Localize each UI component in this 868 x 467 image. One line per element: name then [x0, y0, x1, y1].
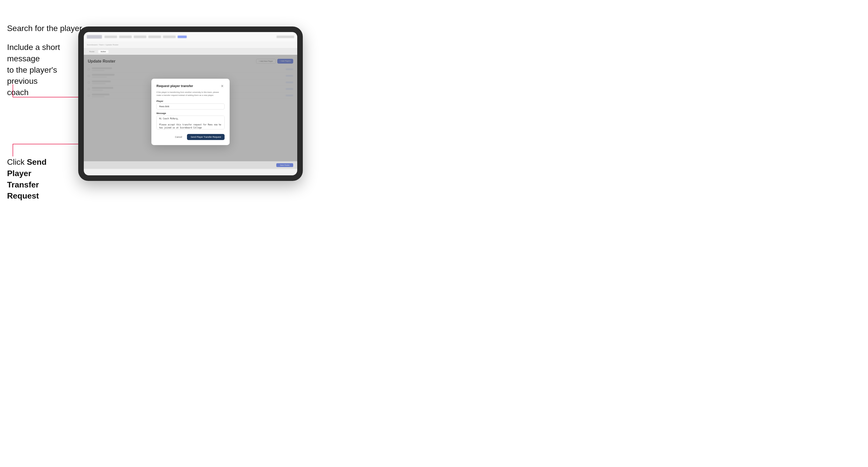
nav-item-teams — [119, 36, 132, 38]
nav-right — [277, 36, 294, 38]
nav-item-tournaments — [104, 36, 117, 38]
modal-header: Request player transfer ✕ — [156, 84, 224, 88]
tablet-screen: Scoreboard / Team / Update Roster Roster… — [84, 32, 297, 175]
tab-active[interactable]: Active — [98, 50, 108, 53]
nav-item-blog — [163, 36, 176, 38]
tab-roster[interactable]: Roster — [87, 50, 97, 53]
nav-item-active — [178, 36, 187, 38]
annotation-search: Search for the player. — [7, 23, 84, 34]
modal-footer: Cancel Send Player Transfer Request — [156, 134, 224, 140]
player-field-label: Player — [156, 100, 224, 102]
app-logo — [87, 35, 102, 39]
close-icon[interactable]: ✕ — [220, 84, 224, 88]
nav-item-settings — [134, 36, 146, 38]
modal-description: If the player is transferring from anoth… — [156, 91, 224, 97]
app-header — [84, 32, 297, 42]
save-roster-button[interactable]: Save Roster — [276, 163, 293, 167]
request-transfer-modal: Request player transfer ✕ If the player … — [151, 79, 229, 145]
tab-bar: Roster Active — [84, 48, 297, 55]
bottom-bar: Save Roster — [84, 161, 297, 169]
annotation-click: Click Send Player Transfer Request — [7, 156, 73, 201]
nav-item-reports — [148, 36, 161, 38]
breadcrumb-bar: Scoreboard / Team / Update Roster — [84, 42, 297, 48]
modal-overlay: Request player transfer ✕ If the player … — [84, 55, 297, 169]
player-search-input[interactable] — [156, 103, 224, 110]
modal-title: Request player transfer — [156, 84, 193, 88]
annotation-message: Include a short message to the player's … — [7, 42, 73, 98]
breadcrumb-text: Scoreboard / Team / Update Roster — [87, 44, 119, 46]
tablet-frame: Scoreboard / Team / Update Roster Roster… — [78, 27, 303, 181]
message-textarea[interactable]: Hi Coach McHarg, Please accept this tran… — [156, 116, 224, 129]
nav-items — [104, 36, 274, 38]
cancel-button[interactable]: Cancel — [172, 134, 185, 140]
message-field-label: Message — [156, 112, 224, 115]
send-transfer-request-button[interactable]: Send Player Transfer Request — [187, 134, 224, 140]
main-content: Update Roster + Add New Player + Add Pla… — [84, 55, 297, 169]
